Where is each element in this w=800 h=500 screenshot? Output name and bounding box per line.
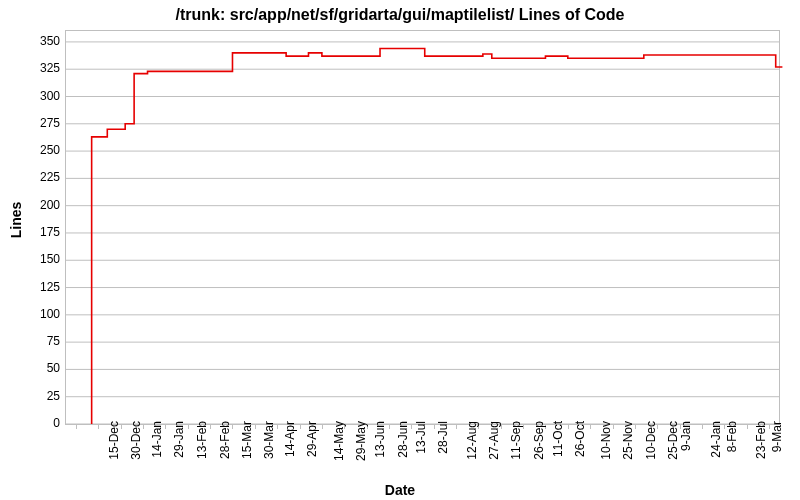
plot-area [65, 30, 780, 425]
x-tick-label: 27-Aug [487, 421, 501, 460]
x-tick-label: 28-Jun [395, 421, 409, 458]
x-tick-label: 24-Jan [708, 421, 722, 458]
x-tick-label: 28-Jul [436, 421, 450, 454]
x-tick-label: 26-Sep [531, 421, 545, 460]
y-tick-label: 300 [5, 89, 60, 103]
x-tick-label: 9-Mar [770, 421, 784, 452]
x-tick-label: 25-Nov [621, 421, 635, 460]
x-tick-label: 14-May [332, 421, 346, 461]
y-tick-label: 325 [5, 61, 60, 75]
x-tick-label: 13-Feb [195, 421, 209, 459]
x-tick-label: 10-Nov [598, 421, 612, 460]
x-tick-label: 14-Jan [149, 421, 163, 458]
x-tick-label: 29-May [354, 421, 368, 461]
x-tick-label: 13-Jul [414, 421, 428, 454]
x-tick-label: 15-Mar [240, 421, 254, 459]
y-tick-label: 100 [5, 307, 60, 321]
y-tick-label: 150 [5, 252, 60, 266]
x-tick-label: 29-Jan [172, 421, 186, 458]
y-tick-label: 75 [5, 334, 60, 348]
x-tick-label: 26-Oct [573, 421, 587, 457]
y-tick-label: 25 [5, 389, 60, 403]
data-series [66, 31, 779, 424]
y-tick-label: 200 [5, 198, 60, 212]
series-line [92, 48, 783, 424]
y-tick-label: 350 [5, 34, 60, 48]
y-tick-label: 0 [5, 416, 60, 430]
x-tick-label: 15-Dec [107, 421, 121, 460]
x-tick-label: 23-Feb [754, 421, 768, 459]
x-tick-label: 29-Apr [305, 421, 319, 457]
line-chart: /trunk: src/app/net/sf/gridarta/gui/mapt… [0, 0, 800, 500]
x-axis-label: Date [0, 482, 800, 498]
chart-title: /trunk: src/app/net/sf/gridarta/gui/mapt… [0, 6, 800, 24]
x-tick-label: 30-Mar [262, 421, 276, 459]
y-tick-label: 275 [5, 116, 60, 130]
y-tick-label: 250 [5, 143, 60, 157]
y-tick-label: 175 [5, 225, 60, 239]
x-tick-label: 10-Dec [643, 421, 657, 460]
y-tick-label: 225 [5, 170, 60, 184]
x-tick-label: 14-Apr [283, 421, 297, 457]
x-tick-label: 12-Aug [464, 421, 478, 460]
x-tick-label: 8-Feb [725, 421, 739, 452]
x-tick-label: 13-Jun [373, 421, 387, 458]
x-tick-label: 28-Feb [218, 421, 232, 459]
x-tick-label: 11-Oct [551, 421, 565, 457]
y-tick-label: 125 [5, 280, 60, 294]
x-tick-label: 30-Dec [129, 421, 143, 460]
x-tick-label: 11-Sep [509, 421, 523, 460]
x-tick-label: 25-Dec [666, 421, 680, 460]
x-tick-label: 9-Jan [679, 421, 693, 451]
y-tick-label: 50 [5, 361, 60, 375]
